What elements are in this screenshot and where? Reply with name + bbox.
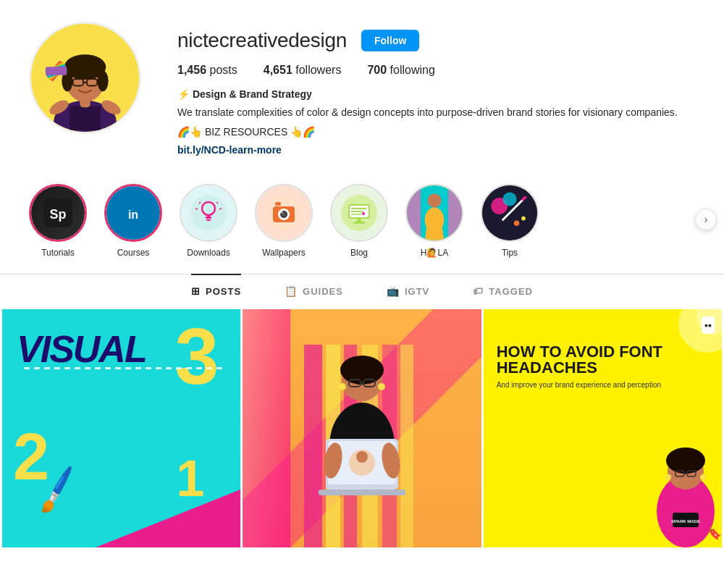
svg-point-23 <box>190 195 227 231</box>
svg-rect-16 <box>46 67 67 75</box>
svg-rect-48 <box>407 185 421 240</box>
highlight-circle-wallpapers <box>255 184 313 242</box>
svg-line-30 <box>219 209 222 209</box>
bio-description: We translate complexities of color & des… <box>177 105 695 120</box>
blog-icon <box>332 185 387 240</box>
highlight-label-downloads: Downloads <box>187 248 230 258</box>
highlight-circle-hola <box>405 184 463 242</box>
tagged-icon: 🏷 <box>473 285 484 297</box>
hola-icon <box>407 185 462 240</box>
username: nictecreativedesign <box>177 29 347 52</box>
tabs-section: ⊞ POSTS 📋 GUIDES 📺 IGTV 🏷 TAGGED <box>0 274 724 307</box>
svg-point-77 <box>356 451 368 463</box>
tab-tagged[interactable]: 🏷 TAGGED <box>473 274 533 307</box>
highlight-circle-tutorials: Sp <box>29 184 87 242</box>
lightning-icon: ⚡ <box>177 88 190 100</box>
grid-post-3[interactable]: ▪▪ HOW TO AVOID FONT HEADACHES And impro… <box>484 309 722 547</box>
grid-post-1[interactable]: VISUAL 3 2 1 🖌️ <box>2 309 240 547</box>
followers-stat[interactable]: 4,651 followers <box>264 64 342 77</box>
posts-icon: ⊞ <box>191 285 201 297</box>
highlight-tips[interactable]: Tips <box>481 184 539 258</box>
visual-text: VISUAL <box>17 327 146 371</box>
highlight-label-wallpapers: Wallpapers <box>262 248 306 258</box>
highlight-label-tips: Tips <box>502 248 518 258</box>
svg-rect-65 <box>400 345 413 547</box>
highlight-courses[interactable]: in Courses <box>104 184 162 258</box>
svg-point-54 <box>503 193 517 206</box>
sp-icon: Sp <box>31 186 85 240</box>
highlight-label-blog: Blog <box>350 248 368 258</box>
highlight-label-courses: Courses <box>117 248 150 258</box>
bio-link[interactable]: bit.ly/NCD-learn-more <box>177 144 282 156</box>
svg-point-7 <box>97 70 108 91</box>
svg-point-46 <box>362 212 365 215</box>
tab-igtv-label: IGTV <box>405 286 429 297</box>
tips-icon <box>482 185 537 240</box>
profile-header: nictecreativedesign Follow <box>177 29 695 52</box>
tab-igtv[interactable]: 📺 IGTV <box>387 274 429 307</box>
downloads-icon <box>181 185 236 240</box>
svg-text:SPARK MADE: SPARK MADE <box>671 519 700 524</box>
bookmark-icon: 🔖 <box>707 526 722 540</box>
tab-posts-label: POSTS <box>206 286 241 297</box>
highlights-section: Sp Tutorials in Courses <box>0 172 724 266</box>
svg-rect-60 <box>304 345 322 547</box>
svg-point-50 <box>428 193 442 207</box>
bio-link-label: 🌈👆 BIZ RESOURCES 👆🌈 <box>177 125 695 140</box>
highlight-label-tutorials: Tutorials <box>41 248 75 258</box>
highlights-next-button[interactable]: › <box>695 209 717 230</box>
highlight-blog[interactable]: Blog <box>330 184 388 258</box>
tab-guides[interactable]: 📋 GUIDES <box>285 274 343 307</box>
bio-section: ⚡ Design & Brand Strategy We translate c… <box>177 87 695 158</box>
profile-avatar <box>29 22 141 134</box>
follow-button[interactable]: Follow <box>361 30 419 51</box>
posts-stat: 1,456 posts <box>177 64 237 77</box>
svg-rect-36 <box>275 202 281 206</box>
highlight-circle-downloads <box>180 184 237 242</box>
igtv-icon: 📺 <box>387 285 400 297</box>
highlight-circle-courses: in <box>104 184 162 242</box>
highlight-downloads[interactable]: Downloads <box>180 184 237 258</box>
dots-chain <box>24 367 226 369</box>
svg-rect-26 <box>206 219 211 221</box>
grid-post-2[interactable] <box>243 309 481 547</box>
svg-point-85 <box>666 448 705 474</box>
pink-triangle <box>96 490 240 547</box>
svg-line-29 <box>195 209 198 209</box>
svg-text:in: in <box>128 209 138 221</box>
tab-guides-label: GUIDES <box>303 286 343 297</box>
highlight-tutorials[interactable]: Sp Tutorials <box>29 184 87 258</box>
guides-icon: 📋 <box>285 285 298 297</box>
in-icon: in <box>106 186 160 240</box>
svg-point-72 <box>378 383 385 390</box>
highlight-circle-blog <box>330 184 388 242</box>
highlight-hola[interactable]: H🙋LA <box>405 184 463 258</box>
profile-section: nictecreativedesign Follow 1,456 posts 4… <box>0 0 724 172</box>
svg-rect-25 <box>206 217 211 219</box>
svg-rect-78 <box>319 490 405 495</box>
svg-rect-45 <box>353 222 365 224</box>
svg-point-57 <box>514 220 520 226</box>
svg-point-92 <box>700 474 706 480</box>
num-3: 3 <box>174 316 219 396</box>
tab-posts[interactable]: ⊞ POSTS <box>191 274 241 307</box>
highlight-label-hola: H🙋LA <box>421 248 448 258</box>
bio-name: ⚡ Design & Brand Strategy <box>177 87 695 102</box>
svg-point-67 <box>340 356 384 385</box>
svg-point-91 <box>665 474 671 480</box>
hola-emoji: 🙋 <box>426 248 437 258</box>
post3-layers-icon: ▪▪ <box>702 316 715 334</box>
svg-point-58 <box>521 217 526 221</box>
svg-rect-2 <box>70 106 101 130</box>
svg-text:Sp: Sp <box>49 207 66 222</box>
stats-row: 1,456 posts 4,651 followers 700 followin… <box>177 64 695 77</box>
profile-info: nictecreativedesign Follow 1,456 posts 4… <box>177 22 695 158</box>
tab-tagged-label: TAGGED <box>489 286 533 297</box>
highlight-wallpapers[interactable]: Wallpapers <box>255 184 313 258</box>
svg-point-71 <box>339 383 346 390</box>
following-stat[interactable]: 700 following <box>367 64 434 77</box>
posts-grid: VISUAL 3 2 1 🖌️ <box>0 307 724 550</box>
highlight-circle-tips <box>481 184 539 242</box>
svg-point-37 <box>280 211 283 214</box>
svg-rect-49 <box>448 185 462 240</box>
